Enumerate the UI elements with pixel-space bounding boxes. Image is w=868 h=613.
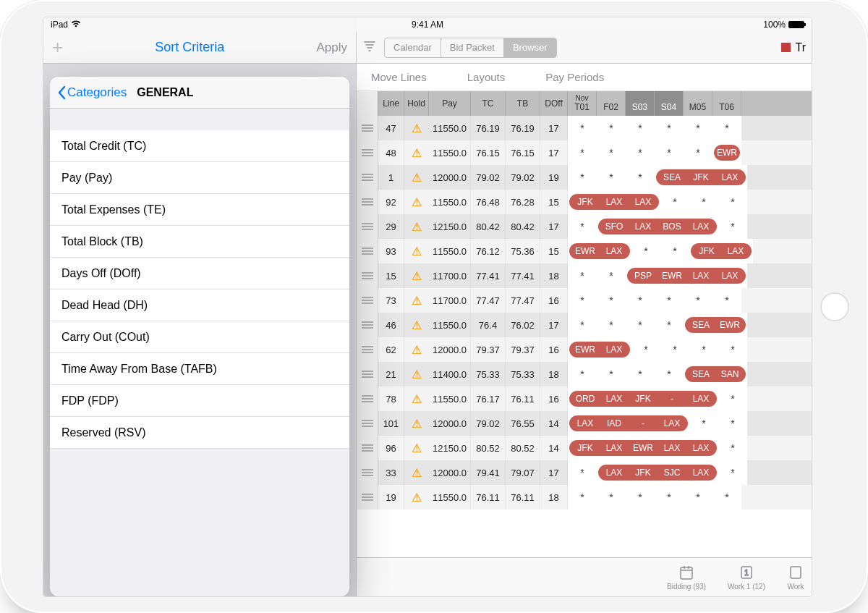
- segment-browser[interactable]: Browser: [504, 38, 556, 57]
- segment-bid-packet[interactable]: Bid Packet: [441, 38, 504, 57]
- cell-tb: 79.07: [506, 460, 540, 485]
- col-pay[interactable]: Pay: [429, 91, 471, 116]
- line-row[interactable]: 9211550.076.4876.2815JFKLAXLAX***: [357, 190, 812, 214]
- col-tb[interactable]: TB: [506, 91, 540, 116]
- line-row[interactable]: 1511700.077.4177.4118**PSPEWRLAXLAX: [357, 263, 812, 288]
- day-col-T06[interactable]: T06: [712, 91, 741, 116]
- line-row[interactable]: 2111400.075.3375.3318****SEASAN: [357, 362, 812, 386]
- drag-handle[interactable]: [357, 116, 378, 140]
- criteria-row[interactable]: Days Off (DOff): [50, 258, 349, 289]
- line-row[interactable]: 6212000.079.3779.3716EWRLAX****: [357, 337, 812, 362]
- trip-pill[interactable]: ORDLAXJFK-LAX: [569, 391, 717, 407]
- drag-handle[interactable]: [357, 460, 378, 485]
- cell-tc: 76.12: [471, 239, 506, 263]
- drag-handle[interactable]: [357, 288, 378, 313]
- empty-slot: *: [660, 245, 689, 257]
- trip-pill[interactable]: SEAEWR: [685, 317, 746, 333]
- drag-handle[interactable]: [357, 214, 378, 239]
- drag-handle[interactable]: [357, 362, 378, 386]
- criteria-row[interactable]: Carry Out (COut): [50, 321, 349, 353]
- criteria-row[interactable]: Dead Head (DH): [50, 289, 349, 321]
- menu-pay-periods[interactable]: Pay Periods: [545, 71, 604, 83]
- trip-pill[interactable]: JFKLAXLAX: [569, 194, 659, 210]
- drag-handle[interactable]: [357, 239, 378, 263]
- line-row[interactable]: 7311700.077.4777.4716******: [357, 288, 812, 313]
- cell-pay: 11550.0: [429, 239, 471, 263]
- empty-slot: *: [689, 344, 718, 355]
- empty-slot: *: [684, 122, 712, 134]
- trip-pill[interactable]: EWR: [714, 145, 740, 161]
- trip-pill[interactable]: PSPEWRLAXLAX: [627, 268, 746, 284]
- drag-handle[interactable]: [357, 436, 378, 460]
- cell-doff: 14: [540, 411, 568, 436]
- drag-handle[interactable]: [357, 411, 378, 436]
- add-button[interactable]: +: [52, 36, 63, 59]
- trip-pill[interactable]: SFOLAXBOSLAX: [598, 219, 717, 234]
- home-button[interactable]: [820, 292, 849, 321]
- day-col-S03[interactable]: S03: [626, 91, 655, 116]
- cell-tb: 79.37: [506, 337, 540, 362]
- line-row[interactable]: 2912150.080.4280.4217*SFOLAXBOSLAX*: [357, 214, 812, 239]
- trip-pill[interactable]: LAXJFKSJCLAX: [598, 465, 717, 481]
- criteria-row[interactable]: Pay (Pay): [50, 162, 349, 194]
- warning-icon: [404, 386, 429, 411]
- line-row[interactable]: 4811550.076.1576.1517*****EWR: [357, 140, 812, 165]
- apply-button[interactable]: Apply: [316, 41, 347, 55]
- trip-pill[interactable]: EWRLAX: [569, 342, 630, 358]
- line-row[interactable]: 7811550.076.1776.1116ORDLAXJFK-LAX*: [357, 386, 812, 411]
- cell-tc: 76.4: [471, 313, 506, 337]
- line-row[interactable]: 9612150.080.5280.5214JFKLAXEWRLAXLAX*: [357, 436, 812, 460]
- trip-pill[interactable]: JFKLAX: [691, 243, 752, 259]
- line-row[interactable]: 9311550.076.1275.3615EWRLAX**JFKLAX: [357, 239, 812, 263]
- drag-handle[interactable]: [357, 263, 378, 288]
- day-col-T01[interactable]: NovT01: [568, 91, 597, 116]
- tab-work[interactable]: Work: [787, 564, 804, 591]
- col-tc[interactable]: TC: [471, 91, 506, 116]
- col-line[interactable]: Line: [378, 91, 404, 116]
- drag-handle[interactable]: [357, 386, 378, 411]
- day-col-M05[interactable]: M05: [684, 91, 712, 116]
- drag-handle[interactable]: [357, 165, 378, 190]
- trip-pill[interactable]: SEAJFKLAX: [656, 169, 746, 185]
- view-segmented-control[interactable]: CalendarBid PacketBrowser: [384, 38, 557, 58]
- criteria-row[interactable]: Total Expenses (TE): [50, 194, 349, 226]
- line-row[interactable]: 3312000.079.4179.0717*LAXJFKSJCLAX*: [357, 460, 812, 485]
- drag-handle[interactable]: [357, 337, 378, 362]
- cell-doff: 17: [540, 140, 568, 165]
- trip-pill[interactable]: SEASAN: [685, 366, 746, 382]
- criteria-row[interactable]: Total Block (TB): [50, 226, 349, 258]
- line-row[interactable]: 10112000.079.0276.5514LAXIAD-LAX**: [357, 411, 812, 436]
- drag-handle[interactable]: [357, 190, 378, 214]
- trip-pill[interactable]: EWRLAX: [569, 243, 630, 259]
- trip-pill[interactable]: JFKLAXEWRLAXLAX: [569, 440, 717, 456]
- segment-calendar[interactable]: Calendar: [385, 38, 441, 57]
- cell-tb: 76.11: [506, 386, 540, 411]
- day-col-S04[interactable]: S04: [655, 91, 684, 116]
- criteria-row[interactable]: Total Credit (TC): [50, 130, 349, 162]
- tab-bidding-93-[interactable]: Bidding (93): [667, 564, 706, 591]
- warning-icon: [404, 116, 429, 140]
- drag-handle[interactable]: [357, 485, 378, 510]
- tab-work-1-12-[interactable]: 1Work 1 (12): [728, 564, 765, 591]
- criteria-row[interactable]: FDP (FDP): [50, 385, 349, 417]
- menu-move-lines[interactable]: Move Lines: [371, 71, 427, 83]
- col-hold[interactable]: Hold: [404, 91, 429, 116]
- day-col-F02[interactable]: F02: [597, 91, 626, 116]
- line-row[interactable]: 4611550.076.476.0217****SEAEWR: [357, 313, 812, 337]
- cell-line: 29: [378, 214, 404, 239]
- trip-pill[interactable]: LAXIAD-LAX: [569, 415, 688, 431]
- col-doff[interactable]: DOff: [540, 91, 568, 116]
- menu-layouts[interactable]: Layouts: [467, 71, 506, 83]
- line-row[interactable]: 1911550.076.1176.1118******: [357, 485, 812, 510]
- line-row[interactable]: 4711550.076.1976.1917******: [357, 116, 812, 140]
- criteria-row[interactable]: Reserved (RSV): [50, 417, 349, 449]
- cell-tc: 76.19: [471, 116, 506, 140]
- filter-icon[interactable]: [362, 39, 377, 56]
- cell-tc: 77.41: [471, 263, 506, 288]
- line-row[interactable]: 112000.079.0279.0219***SEAJFKLAX: [357, 165, 812, 190]
- drag-handle[interactable]: [357, 140, 378, 165]
- empty-slot: *: [655, 295, 684, 306]
- criteria-row[interactable]: Time Away From Base (TAFB): [50, 353, 349, 385]
- drag-handle[interactable]: [357, 313, 378, 337]
- back-button[interactable]: Categories: [57, 85, 127, 100]
